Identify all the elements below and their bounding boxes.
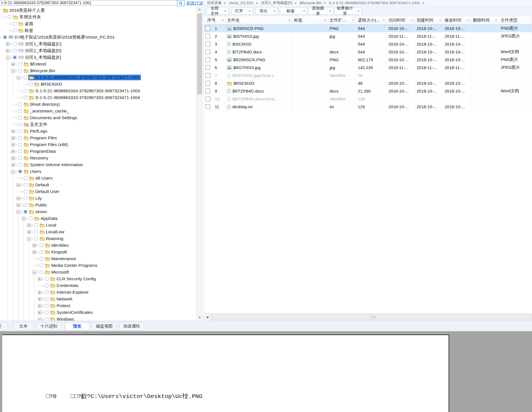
row-checkbox[interactable] [206, 81, 210, 86]
tree-node[interactable]: ▷SystemCertificates [0, 309, 94, 316]
tree-node[interactable]: ▷Windows [0, 316, 75, 321]
tab-要[interactable]: 要 [0, 322, 8, 330]
tree-node[interactable]: ▷LocalLow [0, 229, 65, 235]
column-header-5[interactable]: 逻辑大小(... [356, 16, 387, 24]
tab-高级属性[interactable]: 高级属性 [119, 322, 144, 330]
search-button[interactable] [177, 0, 185, 6]
dropdown-arrow-icon[interactable]: ▼ [271, 10, 277, 12]
tree-expander-icon[interactable] [6, 42, 10, 46]
tree-expander-icon[interactable] [27, 230, 31, 234]
tree-expander-icon[interactable] [17, 203, 20, 207]
tree-node[interactable]: ▷Maintenance [0, 255, 77, 262]
tree-checkbox[interactable] [29, 217, 32, 220]
tree-node[interactable]: ▷Default User [0, 188, 60, 195]
tree-checkbox[interactable] [40, 264, 43, 267]
tree-expander-icon[interactable] [38, 297, 41, 301]
filter-icon[interactable] [495, 18, 498, 23]
column-header-10[interactable]: 文件类型 [499, 16, 532, 24]
tree-node[interactable]: ▷Protect [0, 302, 71, 309]
tree-node[interactable]: ▷Lily [0, 195, 43, 202]
tree-node[interactable]: ▷D:\电子取证\2018美亚杯\2018资格赛\Victor_PC.E01 [0, 34, 116, 41]
tree-node[interactable]: ▷ProgramData [0, 148, 57, 155]
filter-icon[interactable] [382, 18, 385, 23]
tree-checkbox[interactable] [18, 170, 22, 173]
tree-node[interactable]: ▷$Recycle.Bin [0, 67, 56, 74]
tree-node[interactable]: ▷CLR Security Config [0, 276, 97, 282]
row-checkbox[interactable] [206, 96, 210, 101]
tree-node[interactable]: ▷Roaming [0, 235, 64, 242]
tree-expander-icon[interactable] [38, 317, 41, 321]
tree-checkbox[interactable] [18, 136, 22, 140]
tree-checkbox[interactable] [24, 76, 27, 79]
horizontal-scrollbar[interactable]: ◀ [204, 313, 532, 321]
filter-icon[interactable] [324, 18, 326, 23]
dropdown-arrow-icon[interactable]: ▼ [327, 10, 333, 12]
tree-node[interactable]: ▷(Root directory) [0, 101, 61, 108]
filter-icon[interactable] [439, 18, 442, 23]
table-row[interactable]: 8$RSC6IXO482018-10-...2018-10-...2018-10… [204, 79, 532, 87]
breadcrumb-item[interactable]: S-1-5-21-3608963333-3792867303-309732347… [329, 1, 420, 5]
dropdown-arrow-icon[interactable]: ▼ [356, 10, 361, 12]
tree-node[interactable]: ▷simon [0, 208, 48, 215]
toolbar-button-2[interactable]: 打开▼ [231, 7, 253, 15]
table-row[interactable]: 5$R25RSCR.PNGPNG602,1752018-10-...2018-1… [204, 56, 532, 64]
tree-checkbox[interactable] [24, 89, 27, 93]
filter-icon[interactable] [221, 18, 224, 23]
tree-expander-icon[interactable] [38, 304, 41, 308]
tree-node[interactable]: ▷Credentials [0, 282, 79, 289]
table-row[interactable]: 2$IGTHIS3.jpgjpg5442018-11-...2018-11-..… [204, 32, 532, 40]
toolbar-button-4[interactable]: 标签▼ [280, 7, 307, 15]
breadcrumb-item[interactable]: $Recycle.Bin [300, 1, 322, 5]
tree-node[interactable]: ▷Program Files (x86) [0, 141, 69, 148]
tree-node[interactable]: ▷分区3_本地磁盘[E] [0, 54, 62, 61]
tree-checkbox[interactable] [13, 56, 17, 59]
tree-node[interactable]: ▷分区2_本地磁盘[D] [0, 47, 62, 54]
tree-checkbox[interactable] [24, 197, 27, 200]
row-checkbox[interactable] [206, 104, 210, 109]
row-checkbox[interactable] [206, 34, 210, 39]
toolbar-button-1[interactable]: 全部文件▼ [207, 7, 228, 15]
tree-checkbox[interactable] [24, 176, 27, 180]
tree-expander-icon[interactable] [6, 56, 10, 59]
tree-node[interactable]: ▷AppData [0, 215, 58, 222]
column-header-6[interactable]: 访问时间 [387, 16, 415, 24]
tree-checkbox[interactable] [40, 250, 43, 254]
tab-文本[interactable]: 文本 [13, 322, 34, 330]
tree-checkbox[interactable] [24, 210, 27, 213]
tree-node[interactable]: ▷Media Center Programs [0, 262, 98, 269]
tree-checkbox[interactable] [24, 203, 27, 207]
toolbar-button-5[interactable]: 添加摘录▼ [309, 7, 333, 15]
column-header-3[interactable]: 标签 [292, 16, 328, 24]
dropdown-arrow-icon[interactable]: ▼ [223, 10, 228, 12]
table-row[interactable]: 11desktop.iniini1292018-10-...2018-10-..… [204, 103, 532, 111]
tree-checkbox[interactable] [13, 22, 17, 25]
tree-expander-icon[interactable] [32, 270, 36, 274]
tree-checkbox[interactable] [40, 270, 43, 274]
tree-node[interactable]: ▷Public [0, 202, 48, 208]
column-header-1[interactable]: 序号 [204, 16, 225, 24]
scroll-up-icon[interactable]: ∧ [196, 6, 203, 13]
advanced-filter-link[interactable]: 高级过滤 [186, 1, 203, 6]
tree-checkbox[interactable] [34, 230, 38, 234]
tree-checkbox[interactable] [45, 297, 48, 301]
table-row[interactable]: 1$I25RSCR.PNGPNG5442018-10-...2018-10-..… [204, 25, 532, 32]
tree-expander-icon[interactable] [11, 69, 15, 73]
tree-checkbox[interactable] [18, 69, 22, 72]
table-row[interactable]: 10$RTZPB4D.docx•Zone...Identifier130 [204, 95, 532, 103]
tree-expander-icon[interactable] [17, 183, 20, 187]
tree-expander-icon[interactable] [11, 163, 15, 167]
tree-checkbox[interactable] [13, 29, 17, 32]
tree-expander-icon[interactable] [17, 76, 20, 79]
tree-expander-icon[interactable] [32, 250, 36, 254]
tree-checkbox[interactable] [24, 96, 27, 99]
tree-node[interactable]: ▷常用文件夹 [0, 14, 42, 20]
column-header-2[interactable]: 文件名 [225, 16, 292, 24]
table-row[interactable]: 4$ITZPB4D.docxdocx5442018-10-...2018-10-… [204, 48, 532, 56]
tree-checkbox[interactable] [18, 62, 22, 66]
tree-checkbox[interactable] [45, 291, 48, 294]
tree-node[interactable]: ▷PerfLogs [0, 128, 48, 135]
tree-checkbox[interactable] [24, 190, 27, 193]
tree-node[interactable]: ▷分区1_本地磁盘[C] [0, 41, 62, 47]
scroll-left-icon[interactable]: ◀ [204, 314, 211, 321]
tree-node[interactable]: 2018美亚杯个人赛 [0, 7, 46, 14]
